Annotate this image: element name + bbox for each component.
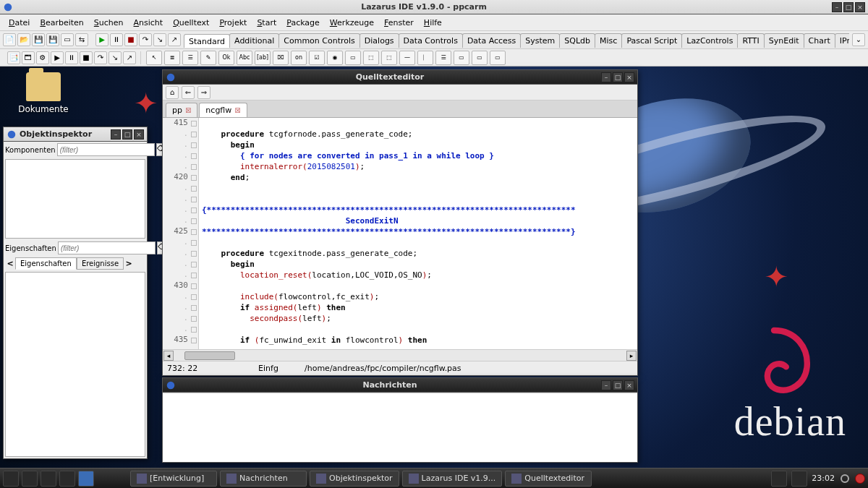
pause2-button[interactable]: ⏸ <box>65 51 78 64</box>
menu-quelltext[interactable]: Quelltext <box>169 17 213 29</box>
palette-tab-data-access[interactable]: Data Access <box>462 33 521 48</box>
minimize-button[interactable]: – <box>111 129 121 140</box>
editor-tab-ncgflw[interactable]: ncgflw⊠ <box>199 103 247 117</box>
palette-component-4[interactable]: Ok <box>218 51 234 65</box>
step-out-button[interactable]: ↗ <box>168 33 181 46</box>
logout-button[interactable] <box>855 474 865 484</box>
palette-component-5[interactable]: Abc <box>237 51 252 65</box>
menu-fenster[interactable]: Fenster <box>380 17 418 29</box>
nav-forward-button[interactable]: ⇒ <box>197 86 210 99</box>
show-desktop-button[interactable] <box>78 471 94 487</box>
menu-ansicht[interactable]: Ansicht <box>129 17 168 29</box>
horizontal-scrollbar[interactable]: ◂ ▸ <box>163 349 637 361</box>
oi-tab-eigenschaften[interactable]: Eigenschaften <box>15 257 77 270</box>
palette-tab-additional[interactable]: Additional <box>229 33 279 48</box>
tray-icon[interactable] <box>771 471 787 487</box>
component-tree[interactable] <box>5 159 145 239</box>
launcher-files[interactable] <box>41 471 56 487</box>
palette-component-11[interactable]: ▭ <box>345 51 361 65</box>
oi-tabs-right-arrow[interactable]: > <box>124 259 134 268</box>
maximize-button[interactable]: □ <box>843 2 854 12</box>
scrollbar-thumb[interactable] <box>184 351 235 360</box>
close-icon[interactable]: ⊠ <box>185 106 191 114</box>
nav-home-button[interactable]: ⌂ <box>166 86 179 99</box>
step1-button[interactable]: ↷ <box>94 51 107 64</box>
view-units-button[interactable]: 📑 <box>7 51 20 64</box>
palette-tab-synedit[interactable]: SynEdit <box>764 33 804 48</box>
toggle-form-button[interactable]: ⇆ <box>75 33 88 46</box>
maximize-button[interactable]: □ <box>122 129 132 140</box>
palette-component-13[interactable]: ⬚ <box>381 51 397 65</box>
palette-component-0[interactable]: ↖ <box>146 51 162 65</box>
menu-hilfe[interactable]: Hilfe <box>420 17 446 29</box>
maximize-button[interactable]: □ <box>613 380 623 390</box>
new-form-button[interactable]: ▭ <box>61 33 74 46</box>
messages-body[interactable] <box>163 393 637 462</box>
palette-component-14[interactable]: — <box>399 51 415 65</box>
desktop-folder-documents[interactable]: Dokumente <box>14 72 72 114</box>
run-button[interactable]: ▶ <box>95 33 109 46</box>
palette-tab-dialogs[interactable]: Dialogs <box>359 33 399 48</box>
step3-button[interactable]: ↗ <box>123 51 136 64</box>
stop-button[interactable]: ■ <box>124 33 137 46</box>
menu-projekt[interactable]: Projekt <box>215 17 251 29</box>
editor-tab-pp[interactable]: pp⊠ <box>166 103 197 117</box>
menu-werkzeuge[interactable]: Werkzeuge <box>326 17 378 29</box>
menu-start[interactable]: Start <box>252 17 281 29</box>
view-forms-button[interactable]: 🗔 <box>22 51 35 64</box>
palette-tab-misc[interactable]: Misc <box>595 33 622 48</box>
line-gutter[interactable]: 415....420....425....430....435 <box>163 118 199 349</box>
open-button[interactable]: 📂 <box>17 33 30 46</box>
step2-button[interactable]: ↘ <box>109 51 122 64</box>
close-button[interactable]: × <box>134 129 144 140</box>
palette-component-2[interactable]: ☰ <box>182 51 198 65</box>
palette-component-16[interactable]: ☰ <box>435 51 451 65</box>
oi-titlebar[interactable]: Objektinspektor – □ × <box>4 127 147 142</box>
taskbar-button[interactable]: Quelltexteditor <box>505 471 592 487</box>
close-button[interactable]: × <box>624 380 634 390</box>
new-unit-button[interactable]: 📄 <box>3 33 16 46</box>
properties-filter-input[interactable] <box>58 241 156 254</box>
save-all-button[interactable]: 💾 <box>46 33 59 46</box>
palette-component-9[interactable]: ☑ <box>309 51 325 65</box>
palette-component-8[interactable]: on <box>291 51 307 65</box>
build-button[interactable]: ▶ <box>51 51 64 64</box>
taskbar-button[interactable]: Nachrichten <box>220 471 307 487</box>
taskbar-button[interactable]: Objektinspektor <box>310 471 399 487</box>
palette-component-18[interactable]: ▭ <box>472 51 488 65</box>
taskbar-button[interactable]: [Entwicklung] <box>130 471 217 487</box>
palette-component-15[interactable]: ⎸ <box>417 51 433 65</box>
tray-icon[interactable] <box>791 471 807 487</box>
app-menu-button[interactable] <box>3 471 19 487</box>
minimize-button[interactable]: – <box>601 380 611 390</box>
gear-icon[interactable] <box>839 473 851 484</box>
msg-titlebar[interactable]: Nachrichten – □ × <box>163 378 637 393</box>
save-button[interactable]: 💾 <box>32 33 45 46</box>
step-into-button[interactable]: ↘ <box>153 33 166 46</box>
palette-tab-data-controls[interactable]: Data Controls <box>399 33 463 48</box>
menu-package[interactable]: Package <box>282 17 324 29</box>
palette-component-19[interactable]: ▭ <box>490 51 506 65</box>
launcher-terminal[interactable] <box>22 471 38 487</box>
palette-component-3[interactable]: ✎ <box>200 51 216 65</box>
code-view[interactable]: procedure tcgfornode.pass_generate_code;… <box>199 118 637 349</box>
oi-tabs-left-arrow[interactable]: < <box>5 259 15 268</box>
clock[interactable]: 23:02 <box>812 474 835 483</box>
palette-component-10[interactable]: ◉ <box>327 51 343 65</box>
stop2-button[interactable]: ■ <box>80 51 93 64</box>
palette-component-1[interactable]: ≣ <box>164 51 180 65</box>
palette-component-7[interactable]: ⌧ <box>273 51 289 65</box>
pause-button[interactable]: ⏸ <box>110 33 123 46</box>
close-icon[interactable]: ⊠ <box>234 106 240 114</box>
nav-back-button[interactable]: ⇐ <box>182 86 195 99</box>
taskbar-button[interactable]: Lazarus IDE v1.9... <box>402 471 503 487</box>
palette-tab-sqldb[interactable]: SQLdb <box>559 33 595 48</box>
palette-tab-system[interactable]: System <box>520 33 560 48</box>
minimize-button[interactable]: – <box>601 72 611 82</box>
maximize-button[interactable]: □ <box>613 72 623 82</box>
components-filter-input[interactable] <box>57 143 155 156</box>
close-button[interactable]: × <box>624 72 634 82</box>
launcher-web[interactable] <box>59 471 75 487</box>
minimize-button[interactable]: – <box>832 2 842 12</box>
palette-tab-rtti[interactable]: RTTI <box>737 33 764 48</box>
